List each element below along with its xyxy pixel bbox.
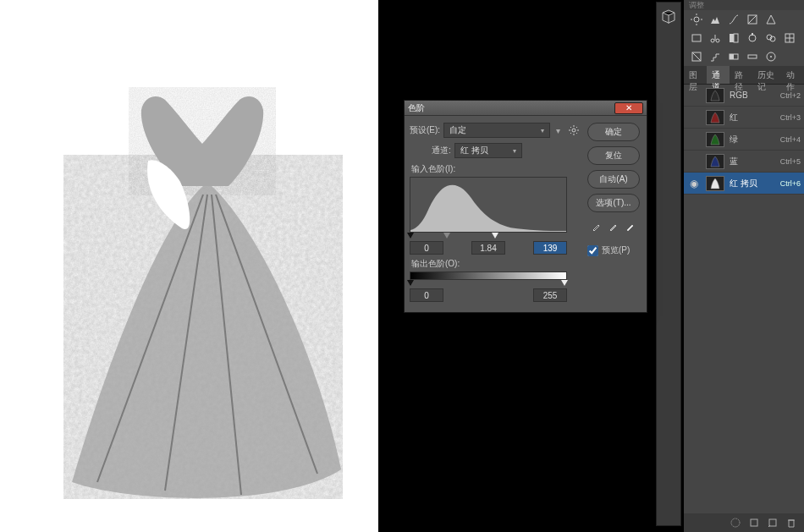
load-sel-icon[interactable] xyxy=(730,517,741,529)
delete-icon[interactable] xyxy=(785,517,797,529)
mixer-icon[interactable] xyxy=(765,32,777,44)
svg-point-26 xyxy=(731,518,740,527)
output-white-value[interactable] xyxy=(533,288,567,302)
selective-icon[interactable] xyxy=(765,51,777,63)
chevron-down-icon: ▾ xyxy=(553,126,562,135)
gradient-map-icon[interactable] xyxy=(746,51,758,63)
preset-select[interactable]: 自定 xyxy=(443,123,550,138)
channel-name: 红 xyxy=(730,112,780,123)
svg-point-25 xyxy=(770,56,772,58)
3d-cube-icon[interactable] xyxy=(661,9,676,25)
save-sel-icon[interactable] xyxy=(748,517,760,529)
channel-shortcut: Ctrl+3 xyxy=(780,113,801,122)
dress-image xyxy=(63,85,343,499)
output-levels-label: 输出色阶(O): xyxy=(411,258,579,270)
preview-checkbox-row[interactable]: 预览(P) xyxy=(587,244,640,256)
input-white-slider[interactable] xyxy=(492,233,498,239)
posterize-icon[interactable] xyxy=(709,51,721,63)
svg-line-34 xyxy=(570,127,571,128)
channel-name: 红 拷贝 xyxy=(730,178,780,189)
eyedropper-gray-icon[interactable] xyxy=(608,221,620,233)
lut-icon[interactable] xyxy=(784,32,796,44)
preview-checkbox[interactable] xyxy=(587,245,598,256)
input-levels-label: 输入色阶(I): xyxy=(411,163,579,175)
input-black-value[interactable] xyxy=(410,241,443,255)
dialog-titlebar[interactable]: 色阶 ✕ xyxy=(405,101,647,116)
input-gamma-slider[interactable] xyxy=(443,233,450,239)
panel-footer xyxy=(684,513,804,532)
output-gradient xyxy=(410,271,567,280)
channel-row-4[interactable]: ◉红 拷贝Ctrl+6 xyxy=(684,173,804,195)
reset-button[interactable]: 复位 xyxy=(587,146,640,165)
channel-row-2[interactable]: 绿Ctrl+4 xyxy=(684,129,804,151)
channel-row-3[interactable]: 蓝Ctrl+5 xyxy=(684,151,804,173)
tab-0[interactable]: 图层 xyxy=(684,66,707,84)
output-slider-track[interactable] xyxy=(410,280,567,287)
vibrance-icon[interactable] xyxy=(765,14,777,25)
channel-name: RGB xyxy=(730,90,780,100)
exposure-icon[interactable] xyxy=(746,14,758,25)
new-channel-icon[interactable] xyxy=(767,517,779,529)
eyedropper-black-icon[interactable] xyxy=(591,221,603,233)
right-dock-strip xyxy=(656,2,681,526)
eyedropper-white-icon[interactable] xyxy=(625,221,636,233)
channel-shortcut: Ctrl+4 xyxy=(780,135,801,144)
svg-point-9 xyxy=(716,39,719,42)
svg-point-13 xyxy=(749,35,756,41)
panels-column: 调整 图层通道路径历史记动作 RGBCtrl+2红Ctrl+3绿Ctrl+4蓝C… xyxy=(684,0,804,532)
output-black-slider[interactable] xyxy=(407,280,414,286)
hsl-icon[interactable] xyxy=(691,32,702,44)
svg-rect-22 xyxy=(730,54,734,59)
tab-1[interactable]: 通道 xyxy=(707,66,730,84)
dialog-button-column: 确定 复位 自动(A) 选项(T)... 预览(P) xyxy=(587,123,640,256)
brightness-icon[interactable] xyxy=(691,14,702,25)
svg-rect-12 xyxy=(734,34,738,42)
preset-label: 预设(E): xyxy=(410,124,440,136)
input-white-value[interactable] xyxy=(533,241,567,255)
balance-icon[interactable] xyxy=(709,32,721,44)
svg-point-0 xyxy=(694,17,699,22)
channel-thumb xyxy=(706,88,724,103)
channel-thumb xyxy=(706,110,724,125)
close-icon[interactable]: ✕ xyxy=(614,102,643,114)
photo-filter-icon[interactable] xyxy=(746,32,758,44)
svg-rect-7 xyxy=(692,35,701,41)
input-slider-track[interactable] xyxy=(410,233,567,239)
curves-icon[interactable] xyxy=(728,14,740,25)
svg-point-8 xyxy=(711,39,714,42)
bw-icon[interactable] xyxy=(728,32,740,44)
auto-button[interactable]: 自动(A) xyxy=(587,170,640,189)
channel-thumb xyxy=(706,176,724,191)
document-canvas[interactable] xyxy=(0,0,378,532)
adjust-icons-row-1 xyxy=(684,10,804,29)
output-values-row xyxy=(410,288,567,302)
preview-label: 预览(P) xyxy=(602,244,630,256)
svg-line-35 xyxy=(576,133,577,134)
svg-rect-27 xyxy=(751,519,757,526)
levels-icon[interactable] xyxy=(709,14,721,25)
input-gamma-value[interactable] xyxy=(471,241,505,255)
channel-row-1[interactable]: 红Ctrl+3 xyxy=(684,107,804,129)
dialog-title-text: 色阶 xyxy=(408,102,614,114)
adjustments-panel-title: 调整 xyxy=(684,0,804,10)
gear-icon[interactable] xyxy=(569,125,579,135)
svg-rect-28 xyxy=(769,519,776,526)
svg-line-36 xyxy=(570,133,571,134)
levels-dialog: 色阶 ✕ 确定 复位 自动(A) 选项(T)... 预览(P) 预设(E): 自… xyxy=(404,100,647,313)
options-button[interactable]: 选项(T)... xyxy=(587,194,640,212)
visibility-icon[interactable]: ◉ xyxy=(687,178,701,189)
tab-4[interactable]: 动作 xyxy=(781,66,804,84)
input-values-row xyxy=(410,241,567,255)
svg-rect-23 xyxy=(748,55,757,58)
channel-shortcut: Ctrl+5 xyxy=(780,157,801,166)
ok-button[interactable]: 确定 xyxy=(587,123,640,141)
output-white-slider[interactable] xyxy=(561,280,568,286)
input-black-slider[interactable] xyxy=(407,233,414,239)
invert-icon[interactable] xyxy=(691,51,702,63)
adjust-icons-row-3 xyxy=(684,47,804,66)
channel-select[interactable]: 红 拷贝 xyxy=(454,143,522,158)
tab-2[interactable]: 路径 xyxy=(730,66,752,84)
threshold-icon[interactable] xyxy=(728,51,740,63)
tab-3[interactable]: 历史记 xyxy=(752,66,781,84)
output-black-value[interactable] xyxy=(410,288,443,302)
